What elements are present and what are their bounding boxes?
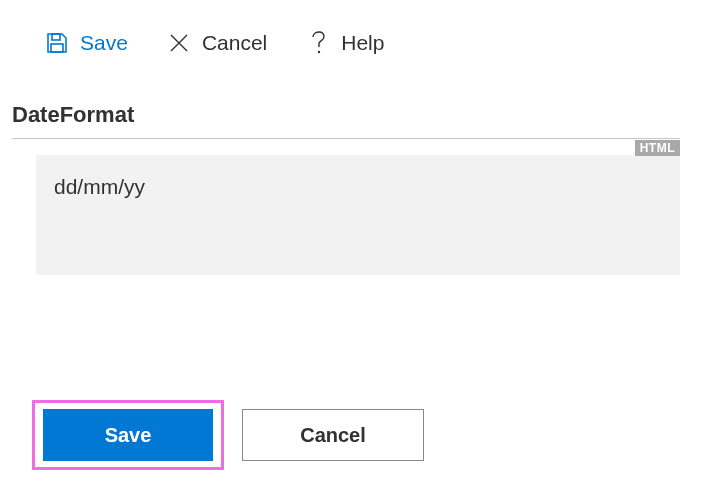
field-value-editor[interactable]: dd/mm/yy [36,155,680,275]
toolbar-help-label: Help [341,31,384,55]
toolbar-cancel-label: Cancel [202,31,267,55]
button-row: Save Cancel [32,400,424,470]
cancel-button[interactable]: Cancel [242,409,424,461]
save-button-highlight: Save [32,400,224,470]
svg-rect-1 [51,44,63,52]
editor-container: HTML dd/mm/yy [36,155,680,275]
toolbar-save-label: Save [80,31,128,55]
close-icon [166,30,192,56]
field-underline [12,138,680,139]
svg-point-2 [318,51,320,53]
html-badge: HTML [635,140,680,156]
field-label: DateFormat [12,102,712,138]
save-icon [44,30,70,56]
save-button[interactable]: Save [43,409,213,461]
toolbar: Save Cancel Help [0,0,712,56]
toolbar-cancel-button[interactable]: Cancel [166,30,267,56]
toolbar-save-button[interactable]: Save [44,30,128,56]
toolbar-help-button[interactable]: Help [305,30,384,56]
svg-rect-0 [52,34,60,40]
help-icon [305,30,331,56]
